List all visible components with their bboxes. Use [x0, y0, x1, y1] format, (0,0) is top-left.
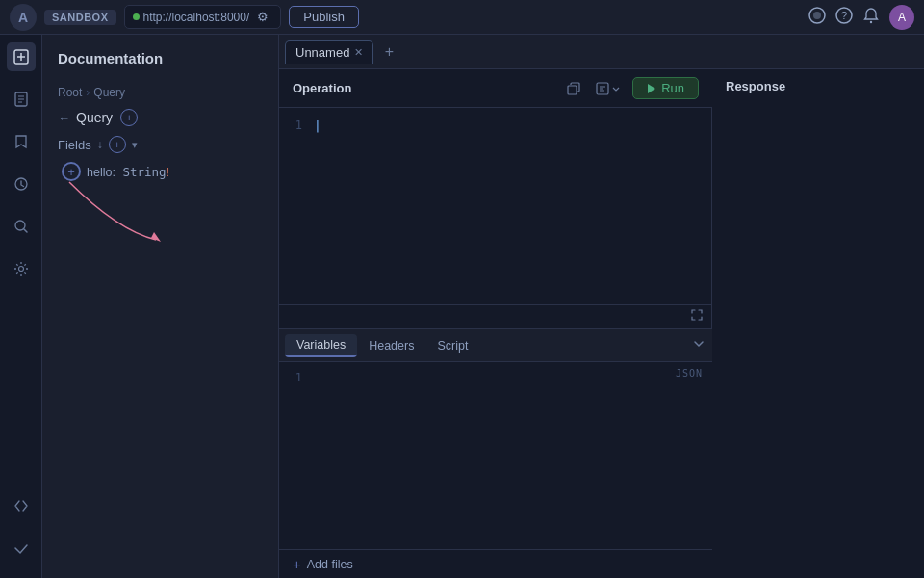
topbar: A SANDBOX http://localhost:8000/ ⚙ Publi…: [0, 0, 924, 35]
operation-panel: Operation Run: [279, 69, 712, 578]
field-item-hello: hello: String!: [42, 157, 278, 186]
breadcrumb-current[interactable]: Query: [93, 86, 125, 99]
url-settings-button[interactable]: ⚙: [253, 8, 272, 26]
help-icon[interactable]: ?: [835, 7, 853, 27]
add-files-label: Add files: [307, 558, 353, 571]
operation-toolbar: Run: [563, 77, 699, 99]
sidebar-content: hello: String!: [42, 157, 278, 578]
run-button[interactable]: Run: [632, 77, 699, 99]
notification-icon[interactable]: [862, 7, 880, 27]
icon-bar-home[interactable]: [7, 42, 36, 71]
icon-bar-collapse[interactable]: [7, 491, 36, 520]
operation-title: Operation: [293, 81, 351, 95]
breadcrumb-root[interactable]: Root: [58, 86, 82, 99]
fields-sort-icon[interactable]: ↓: [97, 138, 103, 151]
response-title: Response: [726, 79, 785, 93]
tab-close-icon[interactable]: ✕: [354, 46, 363, 59]
response-panel: Response: [712, 69, 924, 578]
line-content-1[interactable]: [314, 118, 711, 133]
svg-marker-10: [151, 232, 161, 242]
query-label: Query: [76, 110, 113, 125]
right-panel: Unnamed ✕ + Operation: [279, 35, 924, 578]
sidebar-title: Documentation: [42, 35, 278, 74]
icon-bar-search[interactable]: [7, 212, 36, 241]
fields-row: Fields ↓ + ▾: [42, 132, 278, 157]
tab-add-button[interactable]: +: [377, 40, 400, 64]
tab-unnamed[interactable]: Unnamed ✕: [285, 40, 373, 64]
svg-text:?: ?: [841, 10, 847, 21]
bottom-tab-script[interactable]: Script: [425, 335, 479, 356]
query-add-button[interactable]: +: [120, 109, 138, 126]
ai-icon[interactable]: [808, 7, 826, 27]
icon-bar-docs[interactable]: [7, 85, 36, 114]
bottom-tab-script-label: Script: [437, 339, 468, 353]
copy-button[interactable]: [563, 80, 584, 97]
svg-point-1: [813, 12, 821, 19]
icon-bar-history[interactable]: [7, 170, 36, 198]
bottom-panel: Variables Headers Script: [279, 328, 712, 578]
back-arrow-icon[interactable]: ←: [58, 111, 70, 125]
add-files-bar[interactable]: + Add files: [279, 549, 712, 578]
field-key: hello:: [87, 166, 116, 179]
bottom-tab-variables-label: Variables: [296, 338, 346, 352]
editor-bottom-bar: [279, 304, 711, 328]
field-type: String: [116, 165, 167, 179]
line-number-1: 1: [279, 118, 314, 132]
expand-icon[interactable]: [690, 308, 704, 325]
avatar[interactable]: A: [889, 5, 914, 30]
operation-header: Operation Run: [279, 69, 712, 108]
bottom-tab-headers-label: Headers: [369, 339, 414, 353]
fields-add-button[interactable]: +: [109, 136, 126, 153]
collapse-button[interactable]: [691, 336, 706, 355]
bottom-tab-headers[interactable]: Headers: [357, 335, 425, 356]
bottom-line-number-1: 1: [279, 371, 314, 384]
status-dot: [133, 13, 140, 20]
sidebar-query-row: ← Query +: [42, 103, 278, 132]
sidebar-toolbar: [42, 74, 278, 82]
tabs-bar: Unnamed ✕ +: [279, 35, 924, 69]
add-files-plus-icon: +: [293, 556, 301, 572]
publish-button[interactable]: Publish: [289, 6, 359, 28]
icon-bar-bookmark[interactable]: [7, 127, 36, 156]
fields-label: Fields: [58, 138, 91, 152]
breadcrumb-separator: ›: [86, 86, 90, 99]
editor-area[interactable]: 1: [279, 108, 712, 328]
url-bar[interactable]: http://localhost:8000/ ⚙: [124, 5, 282, 29]
tab-label: Unnamed: [295, 45, 349, 60]
two-pane: Operation Run: [279, 69, 924, 578]
json-label: JSON: [676, 368, 703, 379]
app-logo[interactable]: A: [10, 4, 37, 31]
editor-line-1: 1: [279, 118, 711, 134]
editor-content[interactable]: 1: [279, 108, 711, 304]
field-circle-hello[interactable]: [62, 162, 81, 181]
icon-bar-settings[interactable]: [7, 254, 36, 283]
bottom-editor[interactable]: JSON 1: [279, 362, 712, 549]
bottom-tab-right: [691, 336, 706, 355]
svg-point-4: [870, 21, 872, 23]
bottom-tab-variables[interactable]: Variables: [285, 334, 357, 357]
icon-bar-check[interactable]: [7, 534, 36, 563]
svg-rect-11: [568, 86, 577, 94]
field-name-hello: hello: String!: [87, 165, 169, 179]
fields-chevron-icon[interactable]: ▾: [132, 139, 138, 151]
svg-point-9: [18, 267, 23, 272]
format-button[interactable]: [592, 80, 625, 97]
icon-bar-bottom: [7, 491, 36, 570]
field-required: !: [167, 166, 169, 179]
url-text: http://localhost:8000/: [143, 11, 250, 24]
main-layout: Documentation Root › Query ← Query + Fie…: [0, 35, 924, 578]
icon-bar: [0, 35, 42, 578]
bottom-line-1: 1: [279, 370, 712, 385]
breadcrumb: Root › Query: [42, 82, 278, 103]
run-label: Run: [661, 81, 684, 95]
bottom-tabs-bar: Variables Headers Script: [279, 329, 712, 362]
sandbox-badge: SANDBOX: [44, 10, 116, 25]
topbar-right: ? A: [808, 5, 914, 30]
sidebar: Documentation Root › Query ← Query + Fie…: [42, 35, 279, 578]
